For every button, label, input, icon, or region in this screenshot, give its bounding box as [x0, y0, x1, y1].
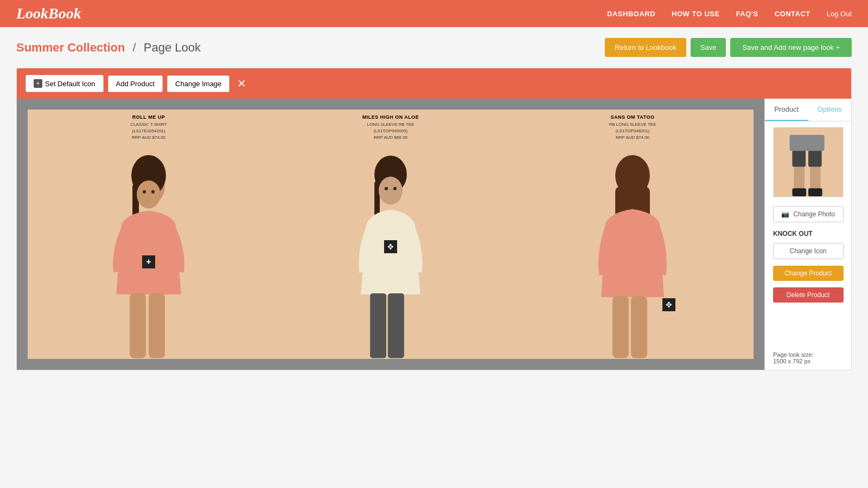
svg-point-12	[393, 187, 397, 190]
logout-button[interactable]: Log Out	[827, 10, 852, 18]
add-product-button[interactable]: Add Product	[108, 75, 163, 92]
toolbar: + Set Default Icon Add Product Change Im…	[17, 68, 851, 99]
model-3-image: ✥	[512, 143, 754, 359]
svg-point-10	[379, 176, 403, 204]
product-3-subname: RB LONG SLEEVE TEE	[609, 121, 656, 128]
model-1-image: +	[28, 143, 270, 359]
knockout-label: KNOCK OUT	[765, 230, 851, 237]
move-hotspot-2[interactable]: ✥	[384, 240, 397, 253]
model-1: ROLL ME UP CLASSIC T-SHIRT (LS1TE1054201…	[28, 110, 270, 359]
add-hotspot-1[interactable]: +	[142, 255, 155, 268]
content-area: ROLL ME UP CLASSIC T-SHIRT (LS1TE1054201…	[17, 99, 851, 370]
product-3-price: RRP AUD $74.00	[609, 134, 656, 141]
return-to-lookbook-button[interactable]: Return to Lookbook	[605, 38, 686, 57]
svg-rect-26	[792, 188, 806, 196]
plus-icon: +	[34, 79, 42, 88]
svg-point-7	[151, 190, 155, 193]
lookbook-image: ROLL ME UP CLASSIC T-SHIRT (LS1TE1054201…	[28, 110, 754, 359]
panel-tabs: Product Options	[765, 99, 851, 121]
editor-container: + Set Default Icon Add Product Change Im…	[16, 68, 852, 370]
product-2-subname: LONG SLEEVE RB TEE	[362, 121, 419, 128]
model-2: MILES HIGH ON ALOE LONG SLEEVE RB TEE (L…	[270, 110, 512, 359]
nav-faqs[interactable]: FAQ'S	[736, 10, 758, 18]
svg-rect-19	[631, 296, 647, 358]
model-2-image: ✥	[270, 143, 512, 359]
breadcrumb-separator: /	[133, 41, 136, 54]
nav-contact[interactable]: CONTACT	[775, 10, 810, 18]
product-1-info: ROLL ME UP CLASSIC T-SHIRT (LS1TE1054201…	[128, 110, 169, 143]
product-3-name: SANS OM TATOO	[609, 114, 656, 121]
tab-product[interactable]: Product	[765, 99, 808, 121]
nav: DASHBOARD HOW TO USE FAQ'S CONTACT Log O…	[607, 10, 852, 18]
logo: LookBook	[16, 5, 81, 22]
product-2-info: MILES HIGH ON ALOE LONG SLEEVE RB TEE (L…	[360, 110, 422, 143]
page-size-info: Page look size: 1500 x 792 px	[765, 346, 851, 370]
svg-rect-4	[149, 293, 165, 358]
nav-dashboard[interactable]: DASHBOARD	[607, 10, 655, 18]
header: LookBook DASHBOARD HOW TO USE FAQ'S CONT…	[0, 0, 868, 27]
model-3-svg	[512, 143, 754, 359]
svg-rect-24	[794, 167, 805, 191]
page-size-value: 1500 x 792 px	[773, 358, 843, 364]
product-1-price: RRP AUD $74.00	[130, 134, 167, 141]
tab-options[interactable]: Options	[808, 99, 852, 121]
change-image-button[interactable]: Change Image	[167, 75, 229, 92]
svg-rect-13	[370, 293, 386, 358]
svg-rect-18	[612, 296, 629, 358]
product-1-subname: CLASSIC T-SHIRT	[130, 121, 167, 128]
product-2-name: MILES HIGH ON ALOE	[362, 114, 419, 121]
right-panel: Product Options	[764, 99, 851, 370]
product-3-info: SANS OM TATOO RB LONG SLEEVE TEE (LS1TOP…	[607, 110, 659, 143]
product-3-code: (LS1TOP048201)	[609, 128, 656, 134]
nav-how-to-use[interactable]: HOW TO USE	[672, 10, 720, 18]
change-photo-button[interactable]: 📷 Change Photo	[773, 206, 844, 222]
main-content: Summer Collection / Page Look Return to …	[0, 27, 868, 381]
svg-rect-23	[789, 135, 824, 151]
camera-icon: 📷	[781, 210, 789, 218]
product-thumb-svg	[774, 127, 843, 197]
svg-rect-27	[808, 188, 822, 196]
model-3: SANS OM TATOO RB LONG SLEEVE TEE (LS1TOP…	[512, 110, 754, 359]
svg-point-11	[385, 187, 388, 190]
product-1-name: ROLL ME UP	[130, 114, 167, 121]
action-buttons: Return to Lookbook Save Save and Add new…	[605, 38, 852, 57]
delete-product-button[interactable]: Delete Product	[773, 287, 844, 303]
svg-point-5	[137, 180, 161, 208]
page-name: Page Look	[144, 41, 201, 54]
top-bar: Summer Collection / Page Look Return to …	[16, 38, 852, 57]
close-icon[interactable]: ✕	[237, 77, 246, 90]
product-thumbnail	[773, 127, 844, 197]
breadcrumb: Summer Collection / Page Look	[16, 41, 201, 55]
svg-rect-14	[388, 293, 404, 358]
change-product-button[interactable]: Change Product	[773, 266, 844, 281]
save-button[interactable]: Save	[691, 38, 726, 57]
set-default-icon-button[interactable]: + Set Default Icon	[25, 75, 104, 92]
product-2-code: (LS1TOP045005)	[362, 128, 419, 134]
image-area: ROLL ME UP CLASSIC T-SHIRT (LS1TE1054201…	[17, 99, 764, 370]
product-2-price: RRP AUD $66.00	[362, 134, 419, 141]
page-size-label: Page look size:	[773, 351, 843, 358]
product-1-code: (LS1TE1054201)	[130, 128, 167, 134]
move-hotspot-3[interactable]: ✥	[662, 298, 675, 311]
svg-rect-25	[809, 167, 820, 191]
svg-point-6	[143, 190, 146, 193]
model-1-svg	[28, 143, 270, 359]
svg-rect-3	[130, 293, 146, 358]
change-icon-button[interactable]: Change Icon	[773, 243, 844, 259]
save-add-button[interactable]: Save and Add new page look +	[730, 38, 852, 57]
collection-name: Summer Collection	[16, 41, 125, 54]
